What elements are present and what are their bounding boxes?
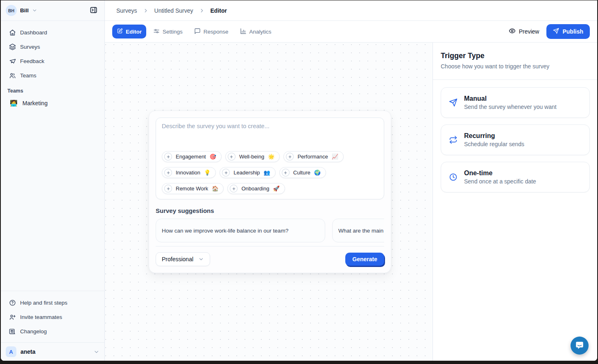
preview-button[interactable]: Preview <box>504 24 544 39</box>
chevron-down-icon <box>198 256 204 262</box>
breadcrumb-editor: Editor <box>211 7 227 14</box>
sidebar-item-label: Surveys <box>20 44 40 50</box>
repeat-icon <box>448 136 458 144</box>
suggestion-card[interactable]: What are the main ob <box>332 219 384 242</box>
editor-toolbar: Editor Settings Response Analytics <box>105 21 597 43</box>
chevron-right-icon <box>199 8 205 14</box>
sidebar-team-marketing[interactable]: 🧑‍💻 Marketing <box>6 96 100 110</box>
topic-chip-engagement[interactable]: Engagement 🎯 <box>162 151 222 162</box>
trigger-description: Send once at a specific date <box>464 178 536 185</box>
collapse-sidebar-button[interactable] <box>87 5 100 17</box>
technologist-emoji-icon: 🧑‍💻 <box>10 99 18 107</box>
user-name[interactable]: Bill <box>20 7 29 14</box>
chat-bubble-icon <box>575 341 584 351</box>
tab-editor[interactable]: Editor <box>112 25 146 38</box>
plus-icon <box>164 169 172 176</box>
sidebar-item-invite[interactable]: Invite teammates <box>6 310 100 324</box>
teams-section-label: Teams <box>1 82 104 96</box>
topic-label: Culture <box>293 170 310 176</box>
sidebar-item-feedback[interactable]: Feedback <box>6 54 100 68</box>
sidebar-item-help[interactable]: Help and first steps <box>6 296 100 310</box>
sidebar-item-changelog[interactable]: Changelog <box>6 325 100 338</box>
trigger-title: One-time <box>464 170 536 177</box>
tab-label: Response <box>204 29 229 35</box>
team-name: Marketing <box>23 100 48 106</box>
publish-button[interactable]: Publish <box>546 24 590 39</box>
layers-icon <box>9 43 16 50</box>
trigger-description: Send the survey whenever you want <box>464 104 557 110</box>
globe-emoji-icon: 🌍 <box>314 170 321 176</box>
topic-chip-remote-work[interactable]: Remote Work 🏠 <box>162 183 224 194</box>
panel-body: Manual Send the survey whenever you want… <box>433 80 597 192</box>
trigger-option-manual[interactable]: Manual Send the survey whenever you want <box>441 87 590 118</box>
help-circle-icon <box>9 299 16 306</box>
sidebar-item-teams[interactable]: Teams <box>6 69 100 82</box>
editor-canvas[interactable]: Engagement 🎯 Well-being 🌟 Performance <box>105 43 433 361</box>
tone-select[interactable]: Professional <box>156 252 210 266</box>
chevron-down-icon[interactable] <box>32 8 37 13</box>
survey-creator-card: Engagement 🎯 Well-being 🌟 Performance <box>149 111 391 273</box>
sidebar-item-label: Invite teammates <box>20 314 62 320</box>
sidebar-item-label: Teams <box>20 72 36 79</box>
trigger-title: Recurring <box>464 132 524 140</box>
sidebar-item-dashboard[interactable]: Dashboard <box>6 26 100 39</box>
tab-label: Editor <box>126 29 142 35</box>
chevron-down-icon <box>93 349 100 355</box>
topic-chips: Engagement 🎯 Well-being 🌟 Performance <box>162 151 378 194</box>
app-window: BH Bill Dashboard <box>1 0 597 361</box>
topic-chip-well-being[interactable]: Well-being 🌟 <box>225 151 280 162</box>
trigger-title: Manual <box>464 95 557 102</box>
tab-settings[interactable]: Settings <box>149 25 187 39</box>
tab-analytics[interactable]: Analytics <box>236 25 276 39</box>
suggestions-row: How can we improve work-life balance in … <box>156 219 384 242</box>
tone-selected-value: Professional <box>162 256 193 262</box>
send-icon <box>448 98 458 107</box>
topic-label: Innovation <box>176 170 200 176</box>
trigger-type-panel: Trigger Type Choose how you want to trig… <box>433 43 597 361</box>
dart-emoji-icon: 🎯 <box>210 154 216 160</box>
eye-icon <box>509 27 516 36</box>
creator-footer: Professional Generate <box>156 246 384 266</box>
star-emoji-icon: 🌟 <box>268 154 274 160</box>
topic-label: Engagement <box>176 154 206 160</box>
chat-launcher-button[interactable] <box>571 337 589 355</box>
sidebar-item-label: Dashboard <box>20 29 47 36</box>
workspace-avatar: A <box>6 346 16 357</box>
breadcrumb-untitled-survey[interactable]: Untitled Survey <box>154 7 193 14</box>
trigger-option-recurring[interactable]: Recurring Schedule regular sends <box>441 124 590 155</box>
workspace-name: aneta <box>20 348 89 355</box>
sliders-icon <box>153 28 160 36</box>
suggestion-card[interactable]: How can we improve work-life balance in … <box>156 219 325 242</box>
topic-label: Remote Work <box>176 185 208 192</box>
sidebar-item-surveys[interactable]: Surveys <box>6 40 100 54</box>
tab-response[interactable]: Response <box>190 25 233 39</box>
trigger-option-one-time[interactable]: One-time Send once at a specific date <box>441 162 590 192</box>
topic-chip-culture[interactable]: Culture 🌍 <box>279 167 326 178</box>
topic-chip-leadership[interactable]: Leadership 👥 <box>220 167 276 178</box>
sidebar-item-label: Help and first steps <box>20 300 68 306</box>
sidebar-nav: Dashboard Surveys Feedback Teams <box>1 21 104 82</box>
preview-label: Preview <box>519 28 539 35</box>
topic-chip-innovation[interactable]: Innovation 💡 <box>162 167 216 178</box>
topic-chip-onboarding[interactable]: Onboarding 🚀 <box>227 183 285 194</box>
clock-icon <box>448 173 458 181</box>
generate-button[interactable]: Generate <box>345 253 384 266</box>
topic-label: Leadership <box>233 170 260 176</box>
survey-description-input[interactable] <box>162 123 378 151</box>
panel-header: Trigger Type Choose how you want to trig… <box>433 43 597 80</box>
plus-icon <box>228 153 236 161</box>
panel-collapse-icon <box>90 6 97 15</box>
breadcrumb-surveys[interactable]: Surveys <box>116 7 137 14</box>
suggestions-title: Survey suggestions <box>156 207 384 214</box>
bar-chart-icon <box>240 28 247 36</box>
topic-chip-performance[interactable]: Performance 📈 <box>283 151 344 162</box>
sidebar-item-label: Feedback <box>20 58 44 64</box>
newspaper-icon <box>9 328 16 335</box>
panel-subtitle: Choose how you want to trigger the surve… <box>441 63 589 70</box>
user-avatar[interactable]: BH <box>6 5 17 16</box>
sidebar-item-label: Changelog <box>20 328 47 335</box>
topic-label: Performance <box>297 154 328 160</box>
busts-emoji-icon: 👥 <box>264 170 270 176</box>
workspace-switcher[interactable]: A aneta <box>1 342 104 361</box>
sidebar-footer: Help and first steps Invite teammates Ch… <box>1 291 104 338</box>
